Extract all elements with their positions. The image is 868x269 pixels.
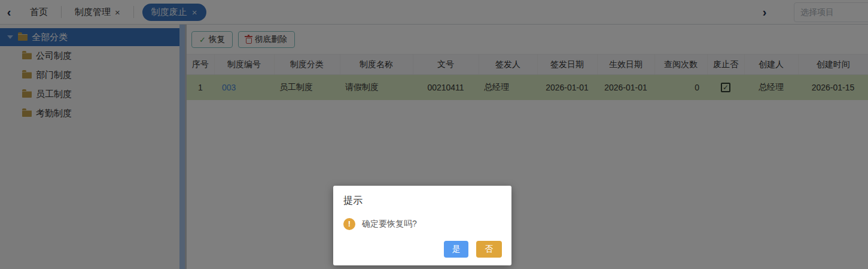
yes-button[interactable]: 是 [444,241,468,258]
dialog-footer: 是 否 [444,241,502,258]
warning-icon: ! [343,218,355,230]
dialog-message: 确定要恢复吗? [362,219,417,229]
dialog-body: ! 确定要恢复吗? [333,207,511,230]
dialog-title: 提示 [333,186,511,207]
no-button[interactable]: 否 [476,241,502,258]
confirm-restore-dialog: 提示 ! 确定要恢复吗? 是 否 [333,186,511,265]
app-window: ‹ 首页 制度管理 × 制度废止 × › 全部分类 公司制度 [0,0,868,269]
